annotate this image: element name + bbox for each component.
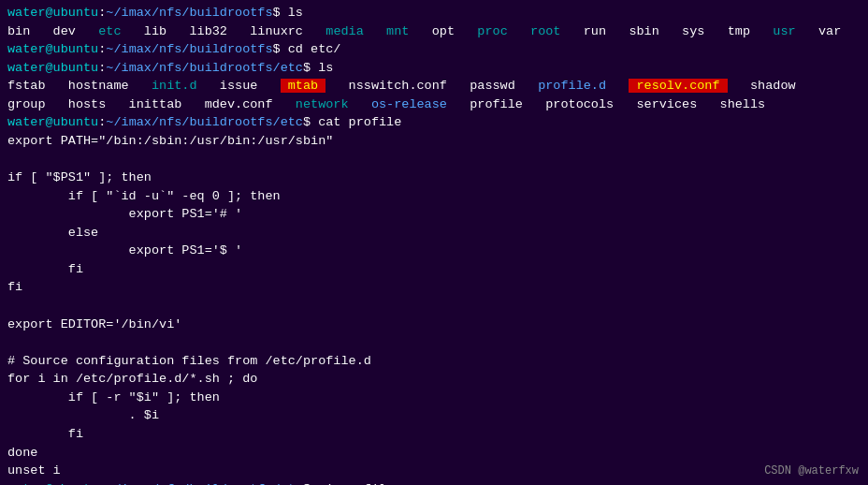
terminal-line bbox=[7, 297, 861, 316]
terminal-line: . $i bbox=[7, 406, 861, 425]
terminal-line: export PS1='# ' bbox=[7, 205, 861, 224]
terminal[interactable]: water@ubuntu:~/imax/nfs/buildrootfs$ ls … bbox=[0, 0, 868, 485]
terminal-line: fi bbox=[7, 260, 861, 279]
terminal-line: if [ "$PS1" ]; then bbox=[7, 169, 861, 187]
terminal-line: bin dev etc lib lib32 linuxrc media mnt … bbox=[7, 22, 861, 41]
terminal-line: water@ubuntu:~/imax/nfs/buildrootfs$ cd … bbox=[7, 40, 861, 59]
terminal-line: fi bbox=[7, 425, 861, 444]
terminal-line: unset i bbox=[7, 462, 861, 480]
terminal-line: fstab hostname init.d issue mtab nsswitc… bbox=[7, 77, 861, 96]
terminal-line bbox=[7, 333, 861, 352]
terminal-line: export PATH="/bin:/sbin:/usr/bin:/usr/sb… bbox=[7, 132, 861, 151]
terminal-line: if [ "`id -u`" -eq 0 ]; then bbox=[7, 187, 861, 206]
terminal-line: water@ubuntu:~/imax/nfs/buildrootfs/etc$… bbox=[7, 113, 861, 132]
terminal-line: water@ubuntu:~/imax/nfs/buildrootfs$ ls bbox=[7, 4, 861, 22]
terminal-line: # Source configuration files from /etc/p… bbox=[7, 352, 861, 371]
terminal-line bbox=[7, 151, 861, 169]
terminal-line: water@ubuntu:~/imax/nfs/buildrootfs/etc$… bbox=[7, 59, 861, 78]
terminal-line: else bbox=[7, 224, 861, 242]
terminal-line: if [ -r "$i" ]; then bbox=[7, 389, 861, 407]
terminal-line: water@ubuntu:~/imax/nfs/buildrootfs/etc$… bbox=[7, 480, 861, 485]
terminal-line: done bbox=[7, 444, 861, 463]
terminal-line: group hosts inittab mdev.conf network os… bbox=[7, 96, 861, 114]
terminal-line: export EDITOR='/bin/vi' bbox=[7, 316, 861, 334]
watermark: CSDN @waterfxw bbox=[764, 463, 859, 479]
terminal-line: for i in /etc/profile.d/*.sh ; do bbox=[7, 370, 861, 389]
terminal-line: fi bbox=[7, 278, 861, 297]
terminal-line: export PS1='$ ' bbox=[7, 242, 861, 260]
